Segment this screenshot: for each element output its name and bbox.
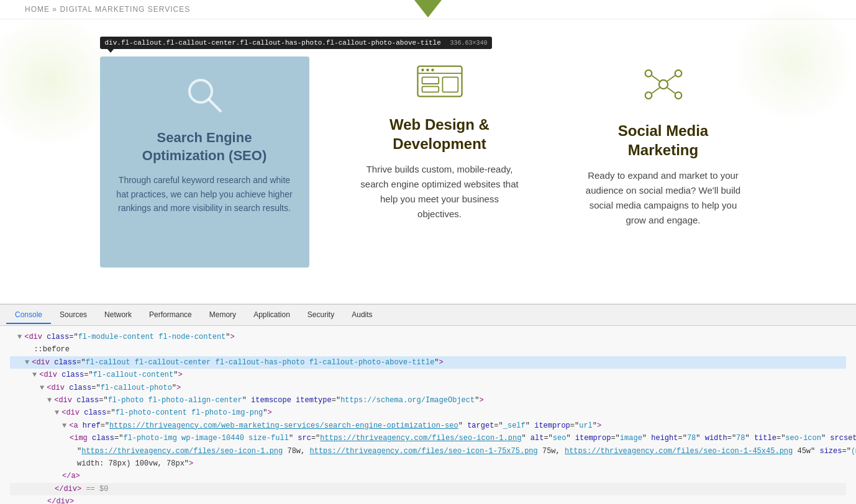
code-line: ▼ <div class="fl-module-content fl-node-… [10,331,846,343]
tab-application[interactable]: Application [245,307,299,324]
devtools-code-area[interactable]: ▼ <div class="fl-module-content fl-node-… [0,326,856,504]
svg-point-10 [658,80,667,89]
web-design-description: Thrive builds custom, mobile-ready, sear… [359,162,521,222]
svg-point-4 [421,69,424,71]
code-line-dollar0: </div> == $0 [10,483,846,495]
code-line: ▼ <div class="fl-photo fl-photo-align-ce… [10,394,846,407]
code-line: "https://thriveagency.com/files/seo-icon… [10,445,846,457]
svg-line-17 [652,88,659,93]
tab-security[interactable]: Security [299,307,343,324]
svg-point-12 [675,70,681,77]
svg-rect-7 [422,77,439,84]
svg-line-15 [652,76,659,81]
browser-icon [415,63,465,100]
seo-card[interactable]: div.fl-callout.fl-callout-center.fl-call… [100,56,309,268]
social-media-description: Ready to expand and market to your audie… [583,168,744,228]
devtools-panel: Console Sources Network Performance Memo… [0,304,856,504]
devtools-tabs-bar: Console Sources Network Performance Memo… [0,305,856,326]
svg-point-14 [675,92,681,99]
tab-network[interactable]: Network [96,307,140,324]
devtools-tooltip: div.fl-callout.fl-callout-center.fl-call… [100,37,493,49]
svg-point-6 [431,69,434,71]
cards-container: div.fl-callout.fl-callout-center.fl-call… [0,19,856,286]
social-media-icon [639,63,688,109]
web-design-title: Web Design & Development [359,115,521,153]
code-line: ▼ <div class="fl-photo-content fl-photo-… [10,407,846,419]
dropdown-arrow [414,0,442,17]
code-line-anchor: ▼ <a href="https://thriveagency.com/web-… [10,420,846,432]
svg-line-1 [209,99,221,111]
svg-point-5 [426,69,429,71]
code-line-img: <img class="fl-photo-img wp-image-10440 … [10,432,846,444]
code-line: ::before [10,343,846,356]
web-design-card[interactable]: Web Design & Development Thrive builds c… [347,56,533,228]
svg-rect-8 [422,86,439,92]
social-media-card[interactable]: Social Media Marketing Ready to expand a… [570,56,757,234]
code-line: </a> [10,470,846,482]
website-preview: HOME » DIGITAL MARKETING SERVICES div.fl… [0,0,856,304]
code-line-highlighted[interactable]: ▼ <div class="fl-callout fl-callout-cent… [10,356,846,369]
network-icon [639,63,688,106]
svg-point-11 [645,70,652,77]
code-line: ▼ <div class="fl-callout-photo" > [10,382,846,394]
tab-sources[interactable]: Sources [51,307,96,324]
tab-console[interactable]: Console [6,307,51,324]
svg-line-16 [667,76,675,81]
code-line: ▼ <div class="fl-callout-content" > [10,369,846,381]
code-line: </div> [10,495,846,504]
code-line: width: 78px) 100vw, 78px"> [10,457,846,470]
tab-performance[interactable]: Performance [140,307,201,324]
svg-line-18 [667,88,675,93]
breadcrumb-home: HOME [25,5,50,14]
seo-card-description: Through careful keyword research and whi… [116,173,294,215]
breadcrumb-separator: » [52,5,57,14]
svg-point-13 [645,92,652,99]
breadcrumb-current: DIGITAL MARKETING SERVICES [60,5,190,14]
tab-memory[interactable]: Memory [201,307,245,324]
seo-icon [184,75,225,118]
red-arrow-1 [834,345,856,444]
svg-rect-9 [442,77,458,92]
seo-card-title: Search Engine Optimization (SEO) [116,129,294,164]
red-arrow-2 [834,497,856,504]
tab-audits[interactable]: Audits [343,307,381,324]
social-media-title: Social Media Marketing [583,121,744,160]
search-icon [184,75,225,115]
web-design-icon [415,63,465,102]
